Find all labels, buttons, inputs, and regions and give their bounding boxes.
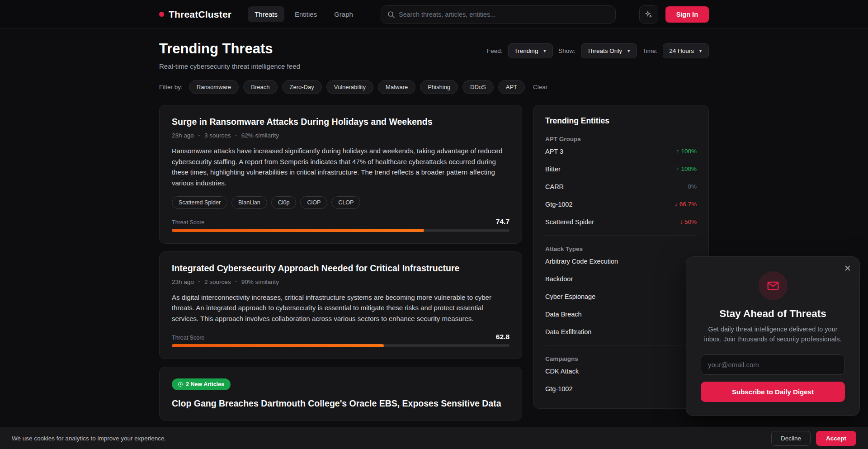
brand-name: ThreatCluster	[169, 9, 231, 20]
main-content: Surge in Ransomware Attacks During Holid…	[159, 105, 709, 421]
entity-trend: ↓ 66.7%	[675, 201, 697, 208]
entity-tag[interactable]: CLOP	[331, 196, 360, 209]
entity-tag[interactable]: Scattered Spider	[172, 196, 227, 209]
threat-sources: 3 sources	[204, 132, 231, 139]
time-select[interactable]: 24 Hours ▼	[663, 43, 709, 58]
section-heading-campaigns: Campaigns	[545, 355, 697, 362]
threat-score-value: 74.7	[496, 217, 509, 226]
time-select-value: 24 Hours	[669, 47, 694, 54]
entity-row: Backdoor ↓ 5	[545, 270, 697, 288]
show-select[interactable]: Threats Only ▼	[581, 43, 637, 58]
envelope-icon	[766, 279, 780, 293]
filter-chip-ransomware[interactable]: Ransomware	[189, 80, 239, 94]
newsletter-email-input[interactable]	[701, 354, 845, 375]
cookie-actions: Decline Accept	[771, 431, 856, 446]
page-container: Trending Threats Real-time cybersecurity…	[159, 29, 709, 421]
meta-dot-icon: •	[236, 279, 237, 284]
entity-name[interactable]: Arbitrary Code Execution	[545, 258, 618, 265]
entity-name[interactable]: Gtg-1002	[545, 201, 572, 208]
accept-button[interactable]: Accept	[816, 431, 856, 446]
entity-tag[interactable]: Cl0p	[271, 196, 297, 209]
entity-trend: – 0%	[683, 183, 697, 190]
filter-chip-apt[interactable]: APT	[498, 80, 525, 94]
threat-score-label: Threat Score	[172, 219, 204, 226]
nav-right: Sign In	[639, 5, 709, 24]
meta-dot-icon: •	[198, 133, 200, 138]
filter-chip-phishing[interactable]: Phishing	[420, 80, 458, 94]
subscribe-button[interactable]: Subscribe to Daily Digest	[701, 382, 845, 402]
entity-name[interactable]: Gtg-1002	[545, 385, 572, 392]
filter-chip-zero-day[interactable]: Zero-Day	[282, 80, 322, 94]
threat-card[interactable]: 2 New Articles Clop Gang Breaches Dartmo…	[159, 367, 522, 421]
entity-row: Gtg-1002 ↓ 66	[545, 380, 697, 397]
divider	[545, 345, 697, 345]
threat-similarity: 90% similarity	[241, 279, 279, 285]
close-icon[interactable]: ✕	[844, 263, 851, 274]
nav-links: Threats Entities Graph	[248, 6, 360, 22]
section-heading-apt-groups: APT Groups	[545, 136, 697, 142]
threat-title[interactable]: Surge in Ransomware Attacks During Holid…	[172, 117, 509, 127]
page-header: Trending Threats Real-time cybersecurity…	[159, 41, 709, 70]
nav-item-threats[interactable]: Threats	[248, 6, 284, 22]
threat-score-bar	[172, 344, 509, 347]
navbar: ThreatCluster Threats Entities Graph Sig…	[0, 0, 868, 29]
cookie-message: We use cookies for analytics to improve …	[12, 435, 166, 442]
decline-button[interactable]: Decline	[771, 431, 811, 446]
nav-item-graph[interactable]: Graph	[327, 6, 360, 22]
threat-title[interactable]: Clop Gang Breaches Dartmouth College's O…	[172, 398, 509, 409]
feed-select[interactable]: Trending ▼	[508, 43, 553, 58]
brand[interactable]: ThreatCluster	[159, 9, 231, 20]
entity-name[interactable]: CDK Attack	[545, 368, 579, 375]
entity-row: Scattered Spider ↓ 50%	[545, 213, 697, 231]
newsletter-title: Stay Ahead of Threats	[701, 308, 845, 320]
entity-name[interactable]: APT 3	[545, 148, 563, 155]
entity-name[interactable]: Data Breach	[545, 311, 582, 318]
threat-score-row: Threat Score 62.8	[172, 333, 509, 341]
feed-label: Feed:	[487, 47, 503, 54]
new-articles-badge-label: 2 New Articles	[186, 381, 224, 388]
newsletter-body: Get daily threat intelligence delivered …	[701, 325, 845, 345]
trending-entities-title: Trending Entities	[545, 116, 697, 126]
entity-name[interactable]: CARR	[545, 183, 564, 190]
threat-score-bar-fill	[172, 344, 384, 347]
search-input[interactable]	[399, 11, 609, 18]
page-title: Trending Threats	[159, 41, 300, 57]
entity-tags: Scattered Spider BianLian Cl0p ClOP CLOP	[172, 196, 509, 209]
entity-name[interactable]: Bitter	[545, 165, 561, 173]
threat-similarity: 62% similarity	[241, 132, 279, 139]
sign-in-button[interactable]: Sign In	[665, 6, 709, 23]
entity-row: Cyber Espionage –	[545, 288, 697, 305]
filter-chip-malware[interactable]: Malware	[378, 80, 415, 94]
clear-filters-link[interactable]: Clear	[533, 84, 547, 90]
threat-card[interactable]: Surge in Ransomware Attacks During Holid…	[159, 105, 522, 244]
entity-name[interactable]: Backdoor	[545, 275, 573, 283]
target-dot-icon	[178, 382, 183, 387]
entity-row: Gtg-1002 ↓ 66.7%	[545, 195, 697, 213]
search-bar[interactable]	[381, 5, 616, 24]
nav-item-entities[interactable]: Entities	[288, 6, 324, 22]
section-heading-attack-types: Attack Types	[545, 246, 697, 252]
new-articles-badge: 2 New Articles	[172, 378, 231, 390]
chevron-down-icon: ▼	[698, 49, 703, 53]
entity-tag[interactable]: ClOP	[300, 196, 327, 209]
sparkles-icon	[645, 10, 653, 19]
ai-sparkles-button[interactable]	[639, 5, 658, 24]
newsletter-modal: ✕ Stay Ahead of Threats Get daily threat…	[686, 256, 860, 416]
entity-row: CARR – 0%	[545, 178, 697, 195]
show-select-value: Threats Only	[587, 47, 622, 54]
threat-score-bar-fill	[172, 229, 424, 232]
entity-name[interactable]: Cyber Espionage	[545, 293, 595, 300]
entity-tag[interactable]: BianLian	[231, 196, 267, 209]
filter-row: Filter by: Ransomware Breach Zero-Day Vu…	[159, 80, 709, 94]
threat-meta: 23h ago • 2 sources • 90% similarity	[172, 279, 509, 285]
threat-description: Ransomware attacks have increased signif…	[172, 146, 509, 189]
entity-name[interactable]: Data Exfiltration	[545, 328, 591, 336]
entity-name[interactable]: Scattered Spider	[545, 218, 594, 226]
entity-row: Arbitrary Code Execution –	[545, 252, 697, 270]
filter-chip-ddos[interactable]: DDoS	[462, 80, 494, 94]
meta-dot-icon: •	[198, 279, 200, 284]
threat-title[interactable]: Integrated Cybersecurity Approach Needed…	[172, 263, 509, 274]
filter-chip-vulnerability[interactable]: Vulnerability	[326, 80, 373, 94]
filter-chip-breach[interactable]: Breach	[243, 80, 277, 94]
threat-card[interactable]: Integrated Cybersecurity Approach Needed…	[159, 251, 522, 359]
